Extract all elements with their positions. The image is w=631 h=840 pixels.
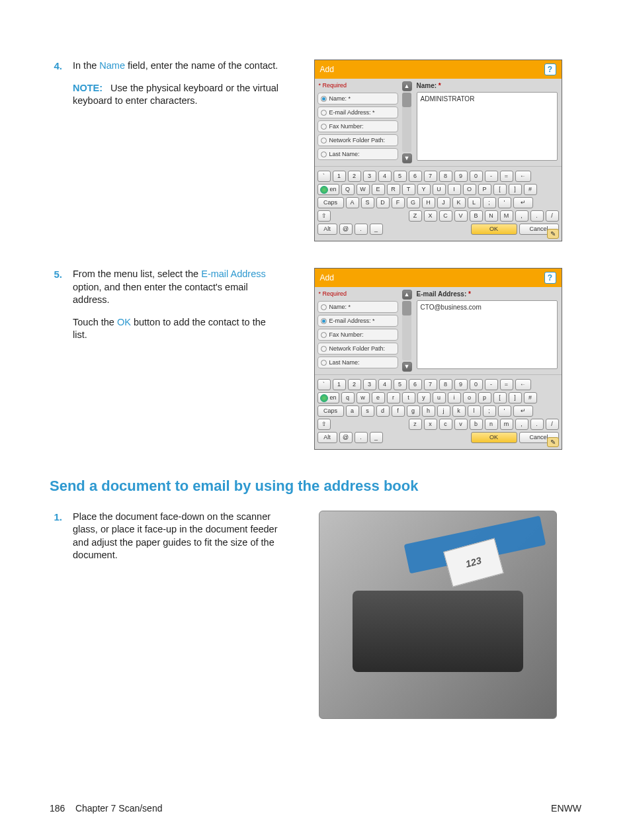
key[interactable]: _ (370, 432, 383, 443)
ok-button[interactable]: OK (471, 224, 517, 235)
edit-icon[interactable]: ✎ (547, 229, 559, 239)
key[interactable]: ' (498, 405, 511, 417)
ok-button[interactable]: OK (471, 432, 517, 443)
key[interactable]: . (530, 210, 544, 222)
key[interactable]: - (485, 171, 498, 182)
key[interactable]: 1 (333, 379, 346, 390)
key[interactable]: 2 (348, 379, 361, 390)
key[interactable]: Z (409, 210, 422, 222)
key[interactable]: J (437, 197, 450, 208)
key[interactable]: h (422, 405, 435, 417)
shift-key[interactable]: ⇧ (317, 419, 331, 430)
key[interactable]: K (452, 197, 466, 208)
key[interactable]: _ (370, 224, 383, 235)
caps-key[interactable]: Caps (317, 197, 344, 208)
key[interactable]: M (500, 210, 513, 222)
key[interactable]: = (500, 379, 513, 390)
key[interactable]: y (417, 392, 431, 403)
key[interactable]: L (468, 197, 481, 208)
key[interactable]: s (361, 405, 374, 417)
key[interactable]: R (387, 184, 400, 195)
key[interactable]: V (454, 210, 468, 222)
backspace-key[interactable]: ← (515, 379, 531, 390)
key[interactable]: N (485, 210, 498, 222)
key[interactable]: Y (417, 184, 431, 195)
name-input[interactable]: ADMINISTRATOR (417, 92, 558, 161)
key[interactable]: 5 (394, 379, 407, 390)
key[interactable]: 8 (439, 379, 452, 390)
caps-key[interactable]: Caps (317, 405, 344, 417)
key[interactable]: - (485, 379, 498, 390)
key[interactable]: l (468, 405, 481, 417)
key[interactable]: / (546, 419, 559, 430)
key[interactable]: 3 (363, 171, 376, 182)
key[interactable]: n (485, 419, 498, 430)
enter-key[interactable]: ↵ (513, 197, 533, 208)
backspace-key[interactable]: ← (515, 171, 531, 182)
key[interactable]: H (422, 197, 435, 208)
key[interactable]: O (463, 184, 476, 195)
key[interactable]: 9 (454, 379, 468, 390)
key[interactable]: S (361, 197, 374, 208)
key[interactable]: ' (498, 197, 511, 208)
key[interactable]: t (402, 392, 415, 403)
key[interactable]: z (409, 419, 422, 430)
option-email[interactable]: E-mail Address: * (317, 315, 398, 327)
key[interactable]: # (524, 184, 537, 195)
lang-key[interactable]: en (317, 392, 339, 403)
key[interactable]: F (392, 197, 405, 208)
key[interactable]: i (448, 392, 461, 403)
key[interactable]: e (372, 392, 385, 403)
key[interactable]: # (524, 392, 537, 403)
key[interactable]: x (424, 419, 437, 430)
key[interactable]: . (355, 432, 368, 443)
key[interactable]: = (500, 171, 513, 182)
scroll-up-icon[interactable]: ▲ (402, 81, 412, 91)
key[interactable]: c (439, 419, 452, 430)
key[interactable]: D (376, 197, 390, 208)
key[interactable]: v (454, 419, 468, 430)
option-email[interactable]: E-mail Address: * (317, 106, 398, 118)
key[interactable]: T (402, 184, 415, 195)
key[interactable]: q (341, 392, 355, 403)
key[interactable]: 7 (424, 379, 437, 390)
option-lastname[interactable]: Last Name: (317, 357, 398, 368)
key[interactable]: 4 (378, 171, 392, 182)
key[interactable]: r (387, 392, 400, 403)
key[interactable]: , (515, 210, 528, 222)
scrollbar[interactable] (402, 93, 411, 152)
key[interactable]: ] (509, 184, 522, 195)
alt-key[interactable]: Alt (317, 432, 337, 443)
key[interactable]: X (424, 210, 437, 222)
key[interactable]: k (452, 405, 466, 417)
key[interactable]: / (546, 210, 559, 222)
key[interactable]: w (357, 392, 370, 403)
key[interactable]: ; (483, 197, 496, 208)
lang-key[interactable]: en (317, 184, 339, 195)
scroll-up-icon[interactable]: ▲ (402, 290, 412, 300)
key[interactable]: @ (339, 432, 353, 443)
key[interactable]: ] (509, 392, 522, 403)
key[interactable]: 6 (409, 379, 422, 390)
option-fax[interactable]: Fax Number: (317, 120, 398, 132)
key[interactable]: 9 (454, 171, 468, 182)
key[interactable]: , (515, 419, 528, 430)
key[interactable]: 4 (378, 379, 392, 390)
key[interactable]: B (470, 210, 483, 222)
key[interactable]: f (392, 405, 405, 417)
key[interactable]: 5 (394, 171, 407, 182)
key[interactable]: [ (493, 392, 507, 403)
key[interactable]: U (433, 184, 446, 195)
key[interactable]: 0 (470, 171, 483, 182)
option-lastname[interactable]: Last Name: (317, 148, 398, 160)
key[interactable]: A (346, 197, 359, 208)
key[interactable]: a (346, 405, 359, 417)
option-folder[interactable]: Network Folder Path: (317, 134, 398, 146)
key[interactable]: ` (317, 379, 331, 390)
help-icon[interactable]: ? (544, 63, 556, 75)
key[interactable]: ` (317, 171, 331, 182)
key[interactable]: @ (339, 224, 353, 235)
alt-key[interactable]: Alt (317, 224, 337, 235)
key[interactable]: 3 (363, 379, 376, 390)
help-icon[interactable]: ? (544, 272, 556, 284)
